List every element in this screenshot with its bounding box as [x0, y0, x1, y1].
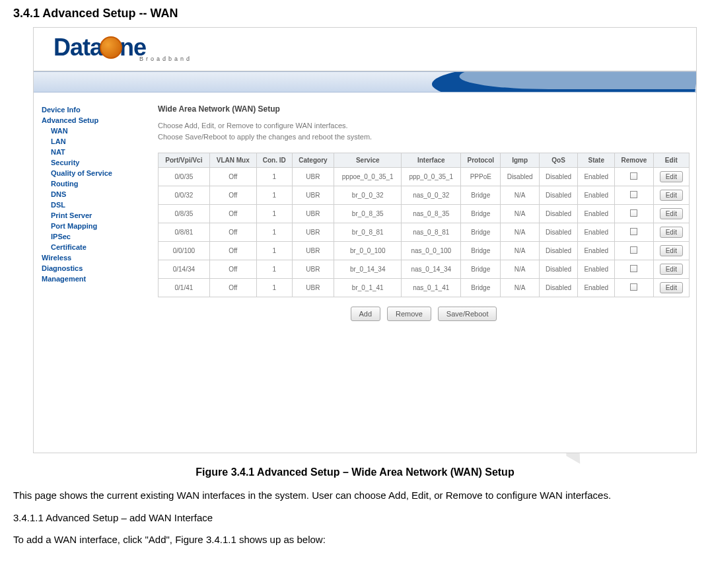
sidebar-item-diagnostics[interactable]: Diagnostics — [42, 263, 146, 274]
table-cell: br_0_8_81 — [334, 223, 402, 242]
table-cell: Disabled — [539, 279, 577, 297]
remove-checkbox[interactable] — [630, 172, 637, 180]
table-cell: UBR — [292, 260, 334, 279]
wan-table-header-row: Port/Vpi/VciVLAN MuxCon. IDCategoryServi… — [159, 153, 690, 168]
sidebar-item-dsl[interactable]: DSL — [42, 200, 146, 210]
edit-button[interactable]: Edit — [660, 171, 683, 182]
remove-checkbox[interactable] — [630, 246, 637, 254]
table-cell: nas_0_14_34 — [402, 260, 461, 279]
column-header: Igmp — [501, 153, 539, 168]
sidebar-item-nat[interactable]: NAT — [42, 147, 146, 157]
table-cell: Off — [209, 205, 256, 223]
edit-button[interactable]: Edit — [660, 282, 683, 293]
add-button[interactable]: Add — [351, 307, 381, 321]
sidebar-item-wan[interactable]: WAN — [42, 126, 146, 136]
remove-checkbox[interactable] — [630, 265, 637, 272]
table-cell: 1 — [256, 279, 292, 297]
table-cell: Bridge — [461, 279, 501, 297]
table-cell: N/A — [501, 223, 539, 242]
logo-text-left: Data — [53, 34, 102, 61]
table-cell: nas_0_1_41 — [402, 279, 461, 297]
table-cell: 1 — [256, 260, 292, 279]
remove-checkbox[interactable] — [630, 283, 637, 291]
sidebar-item-device-info[interactable]: Device Info — [42, 104, 146, 115]
remove-checkbox-cell — [615, 205, 653, 223]
sidebar-item-dns[interactable]: DNS — [42, 189, 146, 200]
edit-button-cell: Edit — [653, 242, 689, 260]
sidebar-item-security[interactable]: Security — [42, 157, 146, 168]
table-cell: br_0_0_100 — [334, 242, 402, 260]
table-cell: 0/0/35 — [159, 168, 210, 186]
banner: Data ne Broadband — [34, 28, 696, 71]
table-cell: Disabled — [539, 186, 577, 205]
header-stripe — [34, 71, 696, 92]
table-cell: N/A — [501, 205, 539, 223]
table-cell: Bridge — [461, 242, 501, 260]
column-header: QoS — [539, 153, 577, 168]
table-cell: PPPoE — [461, 168, 501, 186]
edit-button[interactable]: Edit — [660, 264, 683, 275]
table-cell: Bridge — [461, 260, 501, 279]
table-cell: br_0_1_41 — [334, 279, 402, 297]
table-cell: Off — [209, 223, 256, 242]
content-title: Wide Area Network (WAN) Setup — [158, 104, 690, 114]
edit-button-cell: Edit — [653, 260, 689, 279]
table-cell: N/A — [501, 242, 539, 260]
table-cell: Disabled — [539, 223, 577, 242]
edit-button[interactable]: Edit — [660, 190, 683, 201]
table-cell: 0/0/100 — [159, 242, 210, 260]
section-heading: 3.4.1 Advanced Setup -- WAN — [13, 7, 697, 20]
table-cell: 0/1/41 — [159, 279, 210, 297]
sidebar-item-certificate[interactable]: Certificate — [42, 242, 146, 252]
desc-line-1: Choose Add, Edit, or Remove to configure… — [158, 122, 348, 129]
edit-button[interactable]: Edit — [660, 208, 683, 219]
table-cell: Off — [209, 168, 256, 186]
table-cell: Disabled — [539, 260, 577, 279]
edit-button-cell: Edit — [653, 168, 689, 186]
table-cell: ppp_0_0_35_1 — [402, 168, 461, 186]
table-cell: UBR — [292, 223, 334, 242]
content-description: Choose Add, Edit, or Remove to configure… — [158, 120, 690, 142]
table-cell: Off — [209, 242, 256, 260]
table-cell: N/A — [501, 279, 539, 297]
table-cell: 1 — [256, 242, 292, 260]
body-paragraph-3: To add a WAN interface, click "Add", Fig… — [13, 533, 697, 546]
column-header: Edit — [653, 153, 689, 168]
table-cell: 1 — [256, 205, 292, 223]
table-cell: Enabled — [578, 186, 615, 205]
remove-checkbox[interactable] — [630, 228, 637, 235]
table-cell: UBR — [292, 186, 334, 205]
table-cell: Enabled — [578, 223, 615, 242]
sidebar-item-ipsec[interactable]: IPSec — [42, 231, 146, 242]
logo: Data ne — [53, 33, 146, 65]
body-paragraph-1: This page shows the current existing WAN… — [13, 489, 697, 502]
table-cell: Off — [209, 186, 256, 205]
edit-button[interactable]: Edit — [660, 227, 683, 238]
action-bar: Add Remove Save/Reboot — [158, 307, 690, 321]
table-cell: UBR — [292, 279, 334, 297]
sidebar-item-routing[interactable]: Routing — [42, 178, 146, 189]
sidebar-item-advanced-setup[interactable]: Advanced Setup — [42, 115, 146, 126]
table-cell: nas_0_8_35 — [402, 205, 461, 223]
remove-button[interactable]: Remove — [387, 307, 431, 321]
table-cell: nas_0_0_100 — [402, 242, 461, 260]
sidebar-item-print-server[interactable]: Print Server — [42, 210, 146, 221]
sidebar-item-port-mapping[interactable]: Port Mapping — [42, 221, 146, 231]
sidebar-item-quality-of-service[interactable]: Quality of Service — [42, 168, 146, 178]
table-row: 0/0/32Off1UBRbr_0_0_32nas_0_0_32BridgeN/… — [159, 186, 690, 205]
save-reboot-button[interactable]: Save/Reboot — [438, 307, 497, 321]
remove-checkbox[interactable] — [630, 191, 637, 198]
sidebar-item-lan[interactable]: LAN — [42, 136, 146, 147]
remove-checkbox[interactable] — [630, 209, 637, 217]
table-cell: br_0_0_32 — [334, 186, 402, 205]
column-header: Protocol — [461, 153, 501, 168]
table-cell: Disabled — [501, 168, 539, 186]
column-header: VLAN Mux — [209, 153, 256, 168]
edit-button[interactable]: Edit — [660, 245, 683, 256]
column-header: Con. ID — [256, 153, 292, 168]
table-cell: Disabled — [539, 168, 577, 186]
edit-button-cell: Edit — [653, 223, 689, 242]
sidebar-item-management[interactable]: Management — [42, 274, 146, 284]
table-cell: Bridge — [461, 223, 501, 242]
sidebar-item-wireless[interactable]: Wireless — [42, 252, 146, 263]
